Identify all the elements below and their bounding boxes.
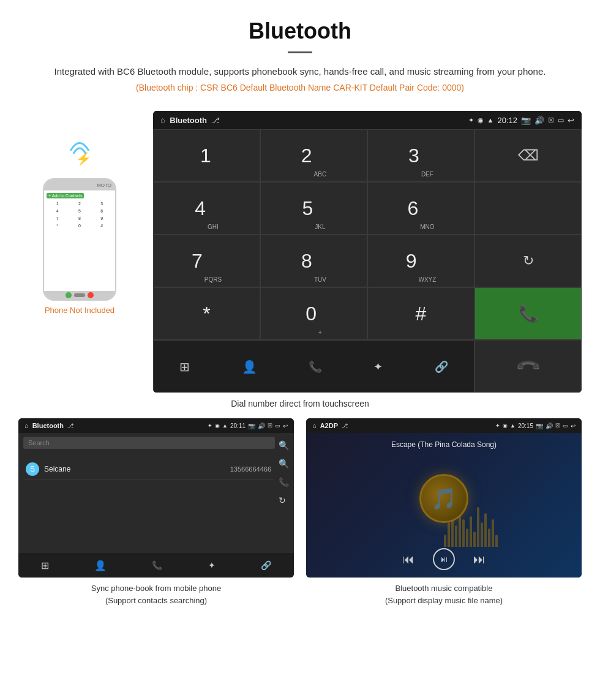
pb-call-icon-side[interactable]: 📞 [279, 477, 289, 487]
dial-num-5: 5 [302, 197, 313, 220]
play-pause-button[interactable]: ⏯ [433, 548, 455, 570]
phone-aside: ⚡ MOTO + Add to Contacts 1 2 3 4 5 6 7 8 [18, 111, 141, 315]
music-location-icon: ◉ [503, 423, 508, 429]
dial-refresh[interactable]: ↻ [474, 235, 582, 287]
phonebook-status-bar: ⌂ Bluetooth ⎇ ✦ ◉ ▲ 20:11 📷 🔊 ☒ ▭ ↩ [18, 418, 294, 433]
add-contacts-btn: + Add to Contacts [47, 193, 84, 198]
dial-key-2[interactable]: 2 ABC [260, 129, 367, 182]
refresh-icon: ↻ [523, 253, 534, 269]
pb-volume-icon[interactable]: 🔊 [258, 423, 265, 429]
page-title: Bluetooth [37, 18, 563, 44]
pb-person-icon[interactable]: 👤 [94, 560, 107, 571]
back-icon[interactable]: ↩ [568, 116, 574, 125]
pb-bt-bottom-icon[interactable]: ✦ [208, 560, 216, 570]
pb-home-icon[interactable]: ⌂ [24, 422, 29, 429]
music-screen: ⌂ A2DP ⎇ ✦ ◉ ▲ 20:15 📷 🔊 ☒ ▭ ↩ Escape ( [306, 418, 582, 578]
dial-key-7[interactable]: 7 PQRS [153, 235, 260, 287]
header-specs: (Bluetooth chip : CSR BC6 Default Blueto… [37, 83, 563, 92]
dial-sub-5: JKL [315, 224, 325, 230]
pb-camera-icon[interactable]: 📷 [248, 423, 255, 429]
main-dial-section: ⚡ MOTO + Add to Contacts 1 2 3 4 5 6 7 8 [0, 105, 600, 393]
contact-row[interactable]: S Seicane 13566664466 [23, 459, 274, 480]
grid-icon[interactable]: ⊞ [179, 359, 190, 374]
phonebook-caption: Sync phone-book from mobile phone (Suppo… [18, 578, 294, 609]
music-volume-icon[interactable]: 🔊 [546, 423, 553, 429]
dial-key-star[interactable]: * [153, 287, 260, 340]
skip-next-icon[interactable]: ⏭ [473, 552, 486, 566]
album-art: 🎵 [419, 474, 468, 523]
music-status-right: ✦ ◉ ▲ 20:15 📷 🔊 ☒ ▭ ↩ [495, 423, 576, 429]
music-caption-line2: (Support display music file name) [385, 596, 503, 605]
close-icon[interactable]: ☒ [548, 116, 554, 124]
dial-key-hash[interactable]: # [367, 287, 474, 340]
pb-window-icon[interactable]: ▭ [275, 423, 280, 429]
window-icon[interactable]: ▭ [558, 116, 564, 124]
dial-num-star: * [203, 303, 210, 325]
dial-key-6[interactable]: 6 MNO [367, 182, 474, 235]
dial-num-6: 6 [407, 197, 418, 220]
music-usb-icon: ⎇ [342, 423, 348, 429]
call-icon[interactable]: 📞 [309, 360, 322, 374]
dial-call-button[interactable]: 📞 [474, 287, 582, 340]
music-status-left: ⌂ A2DP ⎇ [312, 422, 348, 429]
dial-key-5[interactable]: 5 JKL [260, 182, 367, 235]
phonebook-item: ⌂ Bluetooth ⎇ ✦ ◉ ▲ 20:11 📷 🔊 ☒ ▭ ↩ [18, 418, 294, 609]
dial-empty-2 [474, 182, 582, 235]
music-back-icon[interactable]: ↩ [571, 423, 576, 429]
viz-bar-13 [488, 529, 490, 547]
contacts-icon[interactable]: 👤 [242, 359, 257, 374]
skip-prev-icon[interactable]: ⏮ [402, 552, 414, 566]
link-icon[interactable]: 🔗 [435, 360, 448, 374]
dial-key-9[interactable]: 9 WXYZ [367, 235, 474, 287]
dial-sub-0: + [318, 329, 322, 336]
pb-back-icon[interactable]: ↩ [283, 423, 288, 429]
music-window-icon[interactable]: ▭ [563, 423, 568, 429]
phone-home-button [74, 293, 85, 297]
dial-hangup-button[interactable]: 📞 [474, 340, 582, 393]
pb-refresh-icon-side[interactable]: ↻ [279, 495, 289, 505]
dial-sub-6: MNO [420, 224, 434, 230]
music-close-icon[interactable]: ☒ [555, 423, 560, 429]
viz-bar-9 [473, 532, 476, 547]
volume-icon[interactable]: 🔊 [534, 116, 544, 125]
pb-close-icon[interactable]: ☒ [268, 423, 272, 429]
dial-key-1[interactable]: 1 [153, 129, 260, 182]
pb-link-icon[interactable]: 🔗 [261, 560, 271, 570]
music-note-icon: 🎵 [431, 486, 457, 511]
dial-key-8[interactable]: 8 TUV [260, 235, 367, 287]
hangup-icon: 📞 [514, 353, 542, 380]
music-time: 20:15 [518, 423, 533, 429]
contact-name: Seicane [44, 465, 230, 473]
dial-sub-7: PQRS [204, 276, 222, 283]
viz-bar-6 [462, 519, 465, 547]
phone-end-icon [88, 292, 94, 298]
home-icon[interactable]: ⌂ [160, 116, 165, 124]
pb-grid-icon[interactable]: ⊞ [41, 560, 49, 571]
phonebook-screen: ⌂ Bluetooth ⎇ ✦ ◉ ▲ 20:11 📷 🔊 ☒ ▭ ↩ [18, 418, 294, 578]
bluetooth-icon[interactable]: ✦ [373, 360, 383, 374]
dial-key-3[interactable]: 3 DEF [367, 129, 474, 182]
music-home-icon[interactable]: ⌂ [312, 422, 317, 429]
backspace-icon[interactable]: ⌫ [518, 147, 539, 164]
search-icon[interactable]: 🔍 [279, 440, 289, 450]
pb-location-icon: ◉ [215, 423, 220, 429]
dial-key-0[interactable]: 0 + [260, 287, 367, 340]
dial-sub-2: ABC [314, 171, 327, 178]
viz-bar-4 [455, 525, 457, 547]
header-description: Integrated with BC6 Bluetooth module, su… [37, 64, 563, 79]
music-status-bar: ⌂ A2DP ⎇ ✦ ◉ ▲ 20:15 📷 🔊 ☒ ▭ ↩ [306, 418, 582, 433]
dial-key-4[interactable]: 4 GHI [153, 182, 260, 235]
camera-icon[interactable]: 📷 [521, 116, 531, 125]
status-right: ✦ ◉ ▲ 20:12 📷 🔊 ☒ ▭ ↩ [468, 116, 574, 125]
pb-search-icon-side[interactable]: 🔍 [279, 459, 289, 469]
dial-num-hash: # [416, 303, 427, 325]
viz-bar-11 [481, 522, 483, 547]
pb-phone-icon[interactable]: 📞 [152, 560, 162, 570]
search-bar[interactable]: Search [23, 437, 275, 449]
viz-bar-2 [448, 522, 450, 547]
viz-bar-1 [444, 535, 446, 547]
bluetooth-signal-icon: ⚡ [61, 129, 98, 173]
phonebook-main: S Seicane 13566664466 🔍 📞 ↻ [23, 459, 289, 505]
pb-side-actions: 🔍 📞 ↻ [279, 459, 289, 505]
music-camera-icon[interactable]: 📷 [536, 423, 543, 429]
